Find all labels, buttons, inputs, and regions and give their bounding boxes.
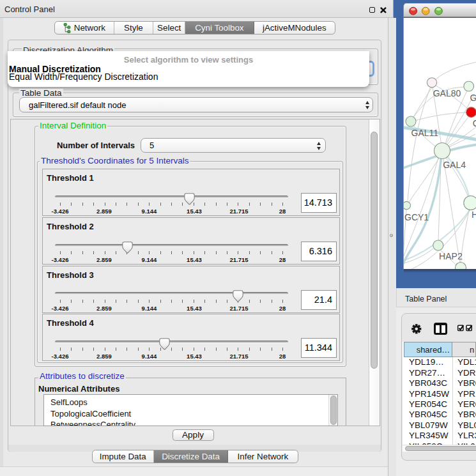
svg-text:GCY1: GCY1 bbox=[404, 212, 429, 222]
svg-text:GA: GA bbox=[470, 93, 476, 103]
svg-text:H: H bbox=[472, 210, 476, 220]
svg-text:GAL11: GAL11 bbox=[411, 128, 439, 138]
svg-text:GAL80: GAL80 bbox=[433, 88, 461, 98]
svg-text:HAP2: HAP2 bbox=[439, 251, 463, 261]
svg-text:C: C bbox=[473, 118, 476, 128]
svg-text:GAL4: GAL4 bbox=[443, 160, 466, 170]
